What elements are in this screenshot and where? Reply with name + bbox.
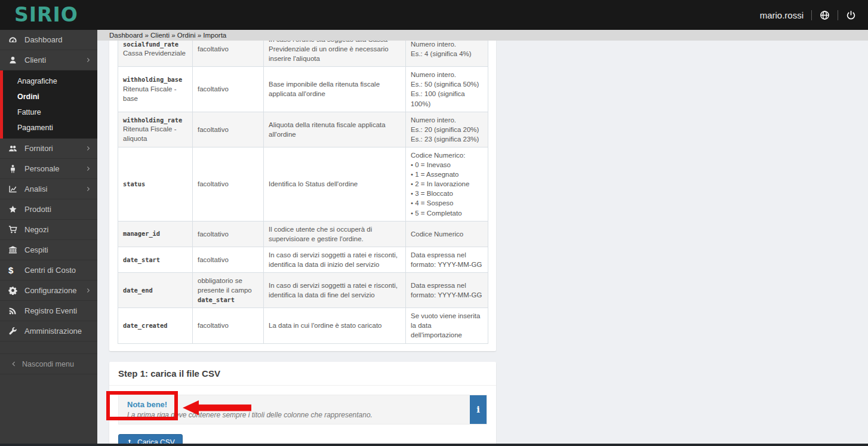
- requirement-text: obbligatorio se presente il campo: [198, 277, 252, 294]
- topbar: SIRIO mario.rossi: [0, 0, 868, 30]
- description-cell: In caso di servizi soggetti a ratei e ri…: [264, 272, 406, 307]
- requirement-cell: facoltativo: [193, 112, 264, 147]
- notes-cell: Numero intero. Es.: 4 (significa 4%): [406, 41, 488, 67]
- sidebar-item-centri-di-costo[interactable]: $Centri di Costo: [0, 260, 97, 281]
- field-name: date_start: [123, 256, 187, 264]
- sidebar-item-label: Registro Eventi: [24, 306, 77, 315]
- sidebar-item-label: Amministrazione: [24, 327, 82, 336]
- requirement-text: facoltativo: [198, 230, 229, 238]
- table-row-date_created: date_createdfacoltativoLa data in cui l'…: [118, 308, 488, 343]
- field-cell: date_start: [118, 247, 193, 272]
- sidebar-item-negozi[interactable]: Negozi: [0, 220, 97, 240]
- requirement-text: facoltativo: [198, 45, 229, 53]
- notes-cell: Numero intero. Es.: 50 (significa 50%) E…: [406, 67, 488, 112]
- field-cell: manager_id: [118, 221, 193, 247]
- notes-cell: Data espressa nel formato: YYYY-MM-GG: [406, 247, 488, 272]
- requirement-text: facoltativo: [198, 126, 229, 133]
- submenu-item-anagrafiche[interactable]: Anagrafiche: [3, 73, 97, 89]
- sidebar-item-label: Negozi: [24, 225, 48, 234]
- field-name: socialfund_rate: [123, 41, 187, 48]
- field-cell: withholding_baseRitenuta Fiscale - base: [118, 67, 193, 112]
- description-cell: In caso l'ordine sia soggetto alla Cassa…: [264, 41, 406, 67]
- submenu-item-pagamenti[interactable]: Pagamenti: [3, 120, 97, 136]
- description-cell: Base imponibile della ritenuta fiscale a…: [264, 67, 406, 112]
- info-icon: i: [470, 395, 487, 424]
- person-icon: [8, 164, 19, 173]
- field-name: withholding_rate: [123, 116, 187, 124]
- cart-icon: [8, 225, 19, 234]
- sidebar-item-prodotti[interactable]: Prodotti: [0, 199, 97, 220]
- chevron-right-icon: [86, 186, 91, 192]
- sidebar-item-label: Dashboard: [24, 35, 63, 44]
- description-cell: Identifica lo Status dell'ordine: [264, 147, 406, 221]
- sidebar-item-clienti[interactable]: Clienti: [0, 50, 97, 70]
- field-cell: withholding_rateRitenuta Fiscale - aliqu…: [118, 112, 193, 147]
- table-row-status: statusfacoltativoIdentifica lo Status de…: [118, 147, 488, 221]
- step1-title: Step 1: carica il file CSV: [109, 362, 496, 386]
- dollar-icon: $: [8, 266, 19, 275]
- requirement-text: facoltativo: [198, 322, 229, 329]
- sidebar-item-label: Personale: [24, 164, 60, 173]
- description-cell: Il codice utente che si occuperà di supe…: [264, 221, 406, 247]
- requirement-cell: facoltativo: [193, 247, 264, 272]
- submenu-item-ordini[interactable]: Ordini: [3, 89, 97, 104]
- separator: [838, 10, 838, 20]
- field-subtitle: Cassa Previdenziale: [123, 48, 187, 58]
- notes-cell: Numero intero. Es.: 20 (significa 20%) E…: [406, 112, 488, 147]
- users-icon: [8, 144, 19, 153]
- angle-left-icon: [10, 361, 17, 367]
- field-cell: date_created: [118, 308, 193, 343]
- field-subtitle: Ritenuta Fiscale - aliquota: [123, 124, 187, 143]
- field-cell: socialfund_rateCassa Previdenziale: [118, 41, 193, 67]
- sidebar-item-cespiti[interactable]: Cespiti: [0, 240, 97, 260]
- table-row-date_end: date_endobbligatorio se presente il camp…: [118, 272, 488, 307]
- requirement-cell: facoltativo: [193, 221, 264, 247]
- table-row-withholding_base: withholding_baseRitenuta Fiscale - basef…: [118, 67, 488, 112]
- requirement-text: facoltativo: [198, 180, 229, 187]
- sidebar-item-label: Analisi: [24, 184, 47, 193]
- sidebar-item-fornitori[interactable]: Fornitori: [0, 139, 97, 159]
- sidebar-item-label: Fornitori: [24, 144, 53, 153]
- sidebar-collapse-label: Nascondi menu: [22, 360, 74, 368]
- sidebar-collapse-button[interactable]: Nascondi menu: [0, 353, 97, 374]
- field-cell: date_end: [118, 272, 193, 307]
- window-bottom-edge: [0, 444, 868, 446]
- requirement-text: facoltativo: [198, 85, 229, 93]
- field-name: manager_id: [123, 229, 187, 238]
- notes-cell: Codice Numerico: • 0 = Inevaso • 1 = Ass…: [406, 147, 488, 221]
- sidebar-submenu: AnagraficheOrdiniFatturePagamenti: [0, 70, 97, 139]
- chevron-right-icon: [86, 288, 91, 293]
- star-icon: [8, 205, 19, 214]
- topbar-right: mario.rossi: [760, 10, 868, 20]
- globe-icon[interactable]: [820, 10, 830, 20]
- description-cell: In caso di servizi soggetti a ratei e ri…: [264, 247, 406, 272]
- requirement-text: facoltativo: [198, 256, 229, 263]
- username[interactable]: mario.rossi: [760, 10, 804, 20]
- wrench-icon: [8, 327, 19, 336]
- table-row-manager_id: manager_idfacoltativoIl codice utente ch…: [118, 221, 488, 247]
- field-cell: status: [118, 147, 193, 221]
- requirement-cell: facoltativo: [193, 147, 264, 221]
- power-icon[interactable]: [846, 10, 856, 20]
- chevron-right-icon: [86, 57, 91, 63]
- chevron-right-icon: [86, 146, 91, 151]
- sidebar-item-amministrazione[interactable]: Amministrazione: [0, 321, 97, 342]
- sidebar-item-registro-eventi[interactable]: Registro Eventi: [0, 301, 97, 321]
- app-logo[interactable]: SIRIO: [0, 0, 112, 30]
- requirement-cell: facoltativo: [193, 41, 264, 67]
- description-cell: La data in cui l'ordine è stato caricato: [264, 308, 406, 343]
- gauge-icon: [8, 35, 19, 44]
- notes-cell: Data espressa nel formato: YYYY-MM-GG: [406, 272, 488, 307]
- breadcrumb[interactable]: Dashboard » Clienti » Ordini » Importa: [97, 30, 868, 41]
- content-area: Dashboard » Clienti » Ordini » Importa s…: [97, 30, 868, 446]
- field-subtitle: Ritenuta Fiscale - base: [123, 84, 187, 103]
- rss-icon: [8, 306, 19, 315]
- field-name: withholding_base: [123, 75, 187, 84]
- submenu-item-fatture[interactable]: Fatture: [3, 104, 97, 120]
- sidebar-item-analisi[interactable]: Analisi: [0, 179, 97, 199]
- requirement-cell: facoltativo: [193, 308, 264, 343]
- sidebar-item-personale[interactable]: Personale: [0, 159, 97, 179]
- sidebar-item-configurazione[interactable]: Configurazione: [0, 281, 97, 301]
- sidebar-item-dashboard[interactable]: Dashboard: [0, 30, 97, 50]
- import-fields-panel: socialfund_rateCassa Previdenzialefacolt…: [109, 41, 496, 351]
